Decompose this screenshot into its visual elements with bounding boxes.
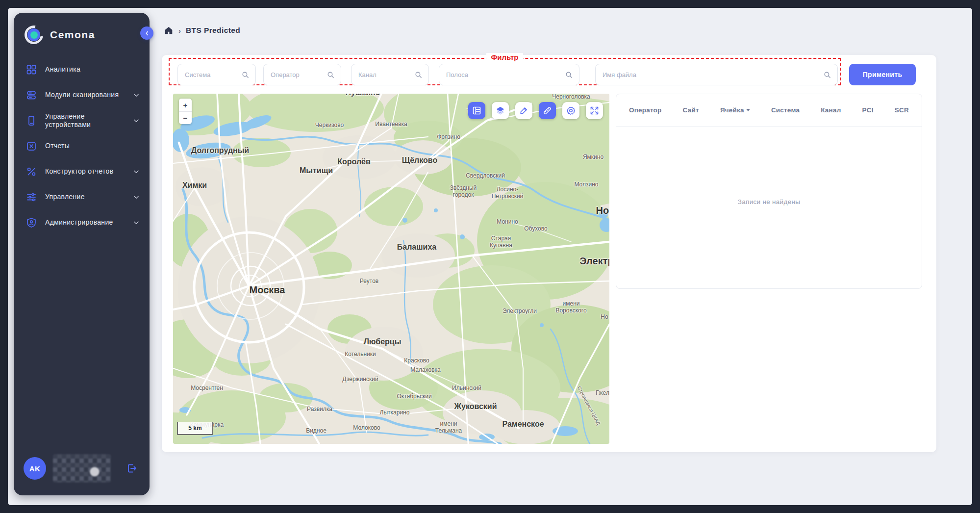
map-place-label: Ямкино <box>583 154 603 161</box>
expand-tool-button[interactable] <box>586 102 603 119</box>
sidebar-item-3[interactable]: Управление устройствами <box>14 108 150 133</box>
chevron-down-icon <box>133 168 140 175</box>
ruler-tool-button[interactable] <box>539 102 556 119</box>
filter-zone-label: Фильтр <box>486 53 524 61</box>
sidebar-item-label: Управление <box>45 193 85 202</box>
gear-tool-button[interactable] <box>562 102 579 119</box>
column-header-Ячейка[interactable]: Ячейка <box>720 106 750 114</box>
filter-field[interactable] <box>185 71 241 78</box>
map-place-label: Реутов <box>360 278 378 285</box>
table-tool-button[interactable] <box>468 102 485 119</box>
apply-button[interactable]: Применить <box>849 64 916 85</box>
sort-desc-icon <box>746 109 750 111</box>
search-icon[interactable] <box>823 71 831 79</box>
chevron-down-icon <box>133 219 140 226</box>
filter-field[interactable] <box>358 71 414 78</box>
map-canvas[interactable]: ПушкиноЧерноголовкаТрубиЧеркизовоИвантее… <box>173 94 609 444</box>
management-icon <box>25 191 37 203</box>
filter-field[interactable] <box>603 71 823 78</box>
pencil-tool-button[interactable] <box>515 102 532 119</box>
map-place-label: Электр <box>579 256 609 267</box>
filter-field[interactable] <box>271 71 327 78</box>
page-title: BTS Predicted <box>186 26 240 35</box>
sidebar: Cemona АналитикаМодули сканированияУправ… <box>14 13 150 495</box>
map-place-label: Лосино- Петровский <box>492 186 524 200</box>
avatar[interactable]: AK <box>24 457 46 480</box>
sidebar-item-6[interactable]: Управление <box>14 184 150 210</box>
sidebar-item-5[interactable]: Конструктор отчетов <box>14 159 150 184</box>
map-place-label: Дзержинский <box>342 376 378 383</box>
map-scale: 5 km <box>177 422 213 435</box>
map-place-label: Москва <box>250 284 285 296</box>
column-header-Оператор[interactable]: Оператор <box>629 106 661 114</box>
map-place-label: Свердловский <box>466 173 505 180</box>
sidebar-item-4[interactable]: Отчеты <box>14 133 150 159</box>
column-header-label: Система <box>771 106 800 114</box>
map-place-label: Красково <box>404 358 429 364</box>
column-header-label: PCI <box>862 106 874 114</box>
column-header-Канал[interactable]: Канал <box>821 106 841 114</box>
filter-input-1 <box>177 64 256 85</box>
analytics-icon <box>25 64 37 76</box>
breadcrumb: › BTS Predicted <box>164 26 240 35</box>
column-header-label: Сайт <box>683 106 699 114</box>
map-place-label: Ивантеевка <box>375 121 407 128</box>
layers-tool-button[interactable] <box>492 102 509 119</box>
column-header-label: SCR <box>895 106 909 114</box>
filter-input-5 <box>595 64 838 85</box>
logout-icon[interactable] <box>126 462 138 474</box>
search-icon[interactable] <box>241 71 250 79</box>
column-header-PCI[interactable]: PCI <box>862 106 874 114</box>
map-place-label: Ильинский <box>452 385 481 392</box>
chevron-down-icon <box>133 92 140 99</box>
user-row: AK <box>14 454 150 495</box>
home-icon[interactable] <box>164 26 174 35</box>
map-place-label: Балашиха <box>397 243 436 252</box>
map-place-label: Гжел <box>596 390 609 397</box>
sidebar-item-2[interactable]: Модули сканирования <box>14 82 150 108</box>
map-place-label: Королёв <box>337 157 371 166</box>
map-place-label: Видное <box>306 428 327 435</box>
column-header-label: Оператор <box>629 106 661 114</box>
map-place-label: Мосрентген <box>191 385 223 392</box>
map-place-label: Черноголовка <box>552 94 590 101</box>
map-place-label: Щёлково <box>402 156 437 165</box>
column-header-SCR[interactable]: SCR <box>895 106 909 114</box>
map-place-label: имени Воровского <box>555 301 586 314</box>
empty-state-text: Записи не найдены <box>616 198 922 205</box>
map-place-label: Электроугли <box>503 308 537 315</box>
map-place-label: Развилка <box>307 406 332 413</box>
map-place-label: Но <box>601 314 608 321</box>
filter-field[interactable] <box>446 71 565 78</box>
sidebar-item-7[interactable]: Администрирование <box>14 210 150 235</box>
map-place-label: Лыткарино <box>380 410 410 416</box>
map-place-label: Черкизово <box>315 122 344 129</box>
map-place-label: Обухово <box>524 226 547 232</box>
map-place-label: Химки <box>182 181 207 190</box>
chevron-down-icon <box>133 117 140 124</box>
zoom-out-button[interactable]: − <box>179 111 192 124</box>
search-icon[interactable] <box>565 71 573 79</box>
filter-input-2 <box>263 64 341 85</box>
zoom-in-button[interactable]: + <box>179 99 192 111</box>
map-place-label: Фрязино <box>437 134 460 141</box>
column-header-Сайт[interactable]: Сайт <box>683 106 699 114</box>
map-place-label: Молзино <box>574 181 598 188</box>
map-place-label: Котельники <box>345 351 376 358</box>
map-toolbar <box>468 102 603 119</box>
map-place-label: имени Тельмана <box>435 421 462 435</box>
column-header-Система[interactable]: Система <box>771 106 800 114</box>
results-table: ОператорСайтЯчейкаСистемаКаналPCISCR Зап… <box>616 94 922 289</box>
map-place-label: Ног <box>596 205 610 216</box>
search-icon[interactable] <box>414 71 423 79</box>
sidebar-item-1[interactable]: Аналитика <box>14 57 150 82</box>
map-place-label: Раменское <box>502 420 544 429</box>
map-place-label: Мытищи <box>300 166 333 175</box>
sidebar-item-label: Отчеты <box>45 142 70 151</box>
sidebar-item-label: Администрирование <box>45 218 113 227</box>
report-builder-icon <box>25 166 37 178</box>
sidebar-collapse-button[interactable] <box>140 26 153 40</box>
search-icon[interactable] <box>327 71 335 79</box>
map-place-label: Монино <box>497 219 518 226</box>
breadcrumb-separator: › <box>178 26 181 35</box>
